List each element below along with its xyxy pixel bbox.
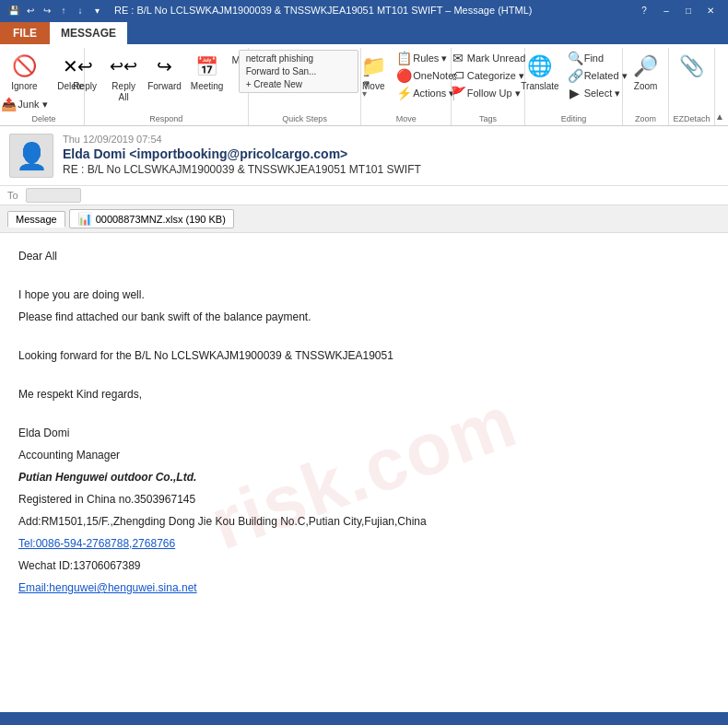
tab-file[interactable]: FILE — [0, 22, 50, 44]
forward-icon: ↪ — [150, 52, 180, 81]
ezdetach-group-label: EZDetach — [674, 112, 710, 123]
title-bar: 💾 ↩ ↪ ↑ ↓ ▾ RE : B/L No LCLSWKAJM1900039… — [0, 0, 728, 20]
followup-label: Follow Up ▾ — [467, 88, 521, 99]
translate-button[interactable]: 🌐 Translate — [517, 50, 562, 94]
body-line3: Looking forward for the B/L No LCLSWKAJM… — [18, 347, 710, 364]
respond-group-label: Respond — [149, 112, 182, 123]
email-date: Thu 12/09/2019 07:54 — [63, 134, 719, 145]
junk-icon: 📤 — [1, 97, 16, 111]
sig-company: Putian Henguwei outdoor Co.,Ltd. — [18, 469, 710, 485]
ribbon-group-move-inner: 📁 Move 📋 Rules ▾ 🔴 OneNote ⚡ Actions ▾ — [355, 50, 457, 112]
junk-label: Junk ▾ — [18, 99, 47, 111]
related-button[interactable]: 🔗 Related ▾ — [565, 67, 630, 84]
ezdetach-icon: 📎 — [677, 52, 707, 81]
zoom-icon: 🔎 — [631, 52, 661, 81]
delete-group-label: Delete — [31, 112, 55, 123]
quicksteps-group-label: Quick Steps — [282, 112, 327, 123]
down-icon[interactable]: ↓ — [74, 4, 87, 17]
to-label: To — [7, 190, 18, 201]
redo-icon[interactable]: ↪ — [41, 4, 53, 17]
rules-label: Rules ▾ — [413, 53, 447, 64]
tags-btns: ✉ Mark Unread 🏷 Categorize ▾ 🚩 Follow Up… — [448, 50, 529, 101]
ribbon-group-editing: 🌐 Translate 🔍 Find 🔗 Related ▾ ▶ Select … — [525, 48, 623, 125]
related-icon: 🔗 — [568, 68, 582, 83]
qs-netcraft[interactable]: netcraft phishing — [243, 53, 354, 64]
ribbon-group-move: 📁 Move 📋 Rules ▾ 🔴 OneNote ⚡ Actions ▾ M… — [361, 48, 452, 125]
followup-button[interactable]: 🚩 Follow Up ▾ — [448, 85, 529, 101]
more-icon[interactable]: ▾ — [90, 4, 103, 17]
move-button[interactable]: 📁 Move — [355, 50, 392, 94]
reply-label: Reply — [73, 81, 97, 92]
quick-steps-box: netcraft phishing Forward to San... + Cr… — [239, 50, 358, 93]
select-icon: ▶ — [568, 86, 582, 100]
ribbon-group-tags: ✉ Mark Unread 🏷 Categorize ▾ 🚩 Follow Up… — [452, 48, 525, 125]
sig-reg: Registered in China no.3503967145 — [18, 491, 710, 508]
minimize-button[interactable]: – — [656, 3, 676, 18]
maximize-button[interactable]: □ — [678, 3, 699, 18]
junk-button[interactable]: 📤 Junk ▾ — [0, 96, 51, 112]
reply-all-button[interactable]: ↩↩ ReplyAll — [105, 50, 142, 105]
sig-title: Accounting Manager — [18, 447, 710, 463]
actions-icon: ⚡ — [396, 86, 411, 100]
tab-message-body[interactable]: Message — [7, 211, 65, 228]
reply-button[interactable]: ↩ Reply — [66, 50, 103, 94]
ribbon-group-ezdetach: 📎 EZDetach — [669, 48, 715, 125]
email-content-area: 👤 Thu 12/09/2019 07:54 Elda Domi <import… — [0, 126, 728, 712]
body-line4: Me respekt Kind regards, — [18, 386, 710, 403]
categorize-icon: 🏷 — [451, 68, 465, 83]
avatar: 👤 — [9, 134, 53, 178]
forward-button[interactable]: ↪ Forward — [144, 50, 185, 94]
ignore-button[interactable]: 🚫 Ignore — [6, 50, 42, 94]
find-icon: 🔍 — [568, 51, 582, 65]
ribbon-group-zoom: 🔎 Zoom Zoom — [623, 48, 669, 125]
select-button[interactable]: ▶ Select ▾ — [565, 85, 630, 101]
avatar-icon: 👤 — [16, 141, 48, 171]
onenote-icon: 🔴 — [396, 68, 411, 83]
ignore-icon: 🚫 — [9, 52, 39, 81]
meeting-label: Meeting — [191, 81, 224, 92]
title-bar-left: 💾 ↩ ↪ ↑ ↓ ▾ RE : B/L No LCLSWKAJM1900039… — [7, 4, 532, 17]
ezdetach-button[interactable]: 📎 — [674, 50, 710, 83]
find-button[interactable]: 🔍 Find — [565, 50, 630, 66]
categorize-button[interactable]: 🏷 Categorize ▾ — [448, 67, 529, 84]
zoom-button[interactable]: 🔎 Zoom — [628, 50, 664, 94]
reply-all-label: ReplyAll — [112, 81, 135, 103]
qs-forward[interactable]: Forward to San... — [243, 65, 354, 77]
up-icon[interactable]: ↑ — [57, 4, 70, 17]
window-title: RE : B/L No LCLSWKAJM1900039 & TNSSWKJEA… — [114, 5, 532, 16]
close-button[interactable]: ✕ — [700, 3, 721, 18]
related-label: Related ▾ — [584, 70, 628, 82]
ribbon-group-editing-inner: 🌐 Translate 🔍 Find 🔗 Related ▾ ▶ Select … — [517, 50, 629, 112]
reply-icon: ↩ — [70, 52, 100, 81]
meeting-button[interactable]: 📅 Meeting — [187, 50, 228, 94]
save-icon[interactable]: 💾 — [7, 4, 20, 17]
email-header: 👤 Thu 12/09/2019 07:54 Elda Domi <import… — [0, 126, 728, 186]
help-button[interactable]: ? — [634, 3, 654, 18]
ribbon-group-respond: ↩ Reply ↩↩ ReplyAll ↪ Forward 📅 Meeting … — [85, 48, 249, 125]
status-bar — [0, 712, 728, 725]
categorize-label: Categorize ▾ — [467, 70, 524, 82]
sig-tel[interactable]: Tel:0086-594-2768788,2768766 — [18, 537, 175, 550]
ribbon-expand[interactable]: ▲ — [715, 48, 724, 125]
ignore-label: Ignore — [11, 81, 37, 92]
sig-email[interactable]: Email:henguwei@henguwei.sina.net — [18, 581, 197, 594]
title-bar-controls: ? – □ ✕ — [634, 3, 721, 18]
meeting-icon: 📅 — [193, 52, 222, 81]
tab-attachment[interactable]: 📊 00008873MNZ.xlsx (190 KB) — [69, 209, 234, 228]
mark-unread-button[interactable]: ✉ Mark Unread — [448, 50, 529, 66]
forward-label: Forward — [147, 81, 182, 92]
greeting: Dear All — [18, 248, 710, 264]
to-value — [26, 188, 81, 203]
email-header-info: Thu 12/09/2019 07:54 Elda Domi <importbo… — [63, 134, 719, 176]
tab-message[interactable]: MESSAGE — [50, 22, 127, 44]
ribbon-group-respond-inner: ↩ Reply ↩↩ ReplyAll ↪ Forward 📅 Meeting … — [66, 50, 265, 112]
ribbon: 🚫 Ignore 📤 Junk ▾ ✕ Delete Delete ↩ — [0, 44, 728, 126]
undo-icon[interactable]: ↩ — [24, 4, 37, 17]
sig-wechat: Wechat ID:13706067389 — [18, 557, 710, 574]
select-label: Select ▾ — [584, 88, 621, 99]
sig-add: Add:RM1501,15/F.,Zhengding Dong Jie Kou … — [18, 513, 710, 530]
message-tabs: Message 📊 00008873MNZ.xlsx (190 KB) — [0, 205, 728, 233]
qs-create[interactable]: + Create New — [243, 78, 354, 90]
email-from: Elda Domi <importbooking@pricolcargo.com… — [63, 146, 719, 161]
followup-icon: 🚩 — [451, 86, 465, 100]
